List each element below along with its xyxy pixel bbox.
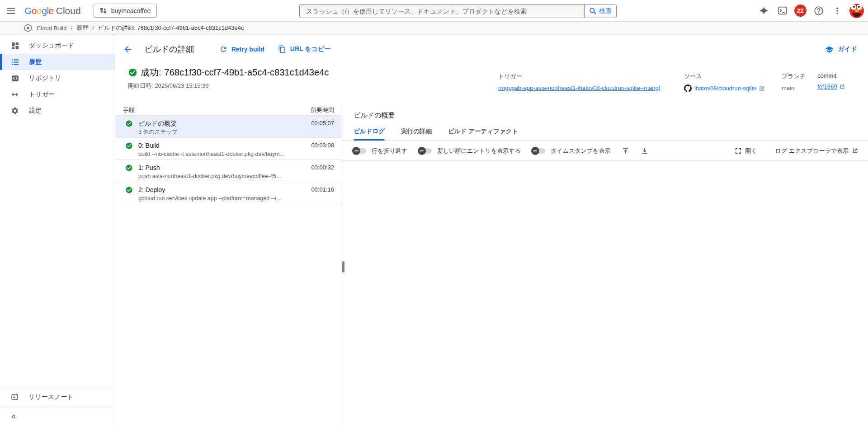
breadcrumb-app[interactable]: Cloud Build (37, 25, 67, 32)
dashboard-icon (11, 42, 19, 50)
duration-column-header: 所要時間 (311, 106, 334, 114)
step-row-build[interactable]: 0: Build build --no-cache -t asia-northe… (115, 138, 341, 160)
show-timestamps-label: タイムスタンプを表示 (551, 147, 610, 155)
school-cap-icon (825, 45, 834, 54)
logo-letter: o (32, 5, 37, 16)
gemini-sparkle-icon[interactable] (757, 5, 770, 17)
project-selector[interactable]: buymeacoffee (94, 4, 157, 18)
github-icon (684, 84, 692, 92)
menu-icon[interactable] (0, 0, 22, 21)
tab-build-artifacts[interactable]: ビルド アーティファクト (448, 127, 518, 141)
commit-link[interactable]: fef1669 (817, 83, 837, 90)
gear-icon (11, 107, 19, 115)
step-row-deploy[interactable]: 2: Deploy gcloud run services update app… (115, 182, 341, 204)
meta-commit: commit fef1669 (817, 72, 845, 90)
success-check-icon (128, 68, 137, 77)
sidebar-item-settings[interactable]: 設定 (0, 103, 115, 119)
notifications-badge[interactable]: 22 (794, 5, 807, 17)
branch-label: ブランチ (782, 72, 806, 80)
step-success-icon (125, 186, 133, 194)
sidebar-item-triggers[interactable]: トリガー (0, 86, 115, 103)
search-button[interactable]: 検索 (584, 5, 616, 18)
external-link-icon (759, 86, 764, 91)
page-header: ビルドの詳細 Retry build URL をコピー ガイド (115, 40, 868, 59)
step-duration: 00:05:07 (311, 119, 334, 127)
source-label: ソース (684, 72, 764, 80)
logo-letter: e (49, 5, 54, 16)
sidebar-item-repositories[interactable]: リポジトリ (0, 70, 115, 86)
meta-trigger: トリガー rmgpgab-app-asia-northeast1-ihatov0… (498, 72, 660, 91)
main-content: ビルドの詳細 Retry build URL をコピー ガイド 成功: (115, 35, 868, 427)
external-link-icon (852, 148, 858, 154)
source-link[interactable]: ihatov08/cloudrun-sqlite (694, 85, 756, 92)
sidebar-item-release-notes[interactable]: リリースノート (0, 388, 115, 406)
commit-label: commit (817, 72, 845, 79)
build-start-date: 開始日時: 2025/06/23 15:15:39 (128, 82, 329, 90)
avatar[interactable] (849, 4, 864, 18)
step-title: 1: Push (138, 164, 307, 172)
release-notes-label: リリースノート (28, 393, 74, 401)
expand-icon (735, 148, 741, 154)
guide-button[interactable]: ガイド (825, 45, 857, 54)
scroll-to-top-icon[interactable] (622, 147, 629, 155)
google-cloud-logo[interactable]: Google Cloud (24, 5, 81, 16)
step-title: 2: Deploy (138, 186, 307, 194)
logo-letter: g (42, 5, 47, 16)
search-input[interactable] (300, 5, 584, 18)
trigger-arrows-icon (11, 90, 19, 99)
scroll-to-bottom-icon[interactable] (641, 147, 648, 155)
open-log-label: 開く (745, 147, 757, 155)
build-log-area[interactable] (341, 161, 868, 427)
trigger-link[interactable]: rmgpgab-app-asia-northeast1-ihatov08-clo… (498, 84, 660, 91)
view-in-log-explorer-link[interactable]: ログ エクスプローラで表示 (775, 147, 858, 155)
search-bar: 検索 (299, 4, 617, 18)
copy-url-button[interactable]: URL をコピー (278, 45, 330, 53)
tab-execution-details[interactable]: 実行の詳細 (401, 127, 432, 141)
repository-code-icon (11, 75, 19, 82)
open-log-button[interactable]: 開く (735, 147, 757, 155)
more-vert-icon[interactable] (831, 5, 844, 17)
sidebar-item-label: ダッシュボード (29, 42, 74, 50)
step-title: 0: Build (138, 141, 307, 150)
back-arrow-icon[interactable] (123, 44, 133, 55)
newest-first-toggle[interactable]: 新しい順にエントリを表示する (419, 147, 521, 155)
steps-column-header: 手順 (123, 106, 135, 114)
external-link-icon (840, 84, 845, 89)
toggle-switch-icon (354, 148, 366, 154)
show-timestamps-toggle[interactable]: タイムスタンプを表示 (533, 147, 610, 155)
sidebar-item-history[interactable]: 履歴 (0, 54, 115, 70)
search-icon (589, 7, 597, 15)
breadcrumb-history[interactable]: 履歴 (76, 24, 88, 32)
cloud-shell-icon[interactable] (776, 5, 788, 17)
tab-build-log[interactable]: ビルドログ (354, 127, 385, 141)
retry-build-label: Retry build (231, 46, 264, 53)
wrap-lines-toggle[interactable]: 行を折り返す (354, 147, 407, 155)
wrap-lines-label: 行を折り返す (372, 147, 407, 155)
step-row-summary[interactable]: ビルドの概要 3 個のステップ 00:05:07 (115, 116, 341, 138)
trigger-label: トリガー (498, 72, 660, 80)
logo-letter: o (37, 5, 42, 16)
build-status-block: 成功: 768c1f30-ccf7-49b1-a5c4-c831c1d43e4c… (128, 66, 329, 90)
step-subtitle: gcloud run services update app --platfor… (138, 195, 307, 202)
sidebar-footer: リリースノート (0, 388, 115, 427)
steps-panel: 手順 所要時間 ビルドの概要 3 個のステップ 00:05:07 0: Bui (115, 105, 341, 427)
logo-letter: G (24, 5, 32, 16)
build-status-label: 成功: (141, 66, 161, 79)
panel-resize-handle[interactable] (342, 261, 344, 272)
release-notes-icon (11, 393, 19, 401)
collapse-icon (9, 413, 17, 420)
page-title: ビルドの詳細 (144, 44, 194, 55)
log-explorer-label: ログ エクスプローラで表示 (775, 147, 849, 155)
help-icon[interactable] (812, 5, 825, 17)
project-name: buymeacoffee (111, 7, 151, 14)
retry-build-button[interactable]: Retry build (219, 45, 264, 53)
step-success-icon (125, 164, 133, 172)
toggle-switch-icon (419, 148, 432, 154)
collapse-sidebar-button[interactable] (0, 406, 115, 427)
step-subtitle: build --no-cache -t asia-northeast1-dock… (138, 150, 307, 158)
cloud-build-icon (24, 23, 33, 33)
sidebar-item-dashboard[interactable]: ダッシュボード (0, 38, 115, 54)
breadcrumb-separator: / (92, 25, 94, 32)
step-row-push[interactable]: 1: Push push asia-northeast1-docker.pkg.… (115, 160, 341, 182)
guide-label: ガイド (838, 45, 857, 53)
